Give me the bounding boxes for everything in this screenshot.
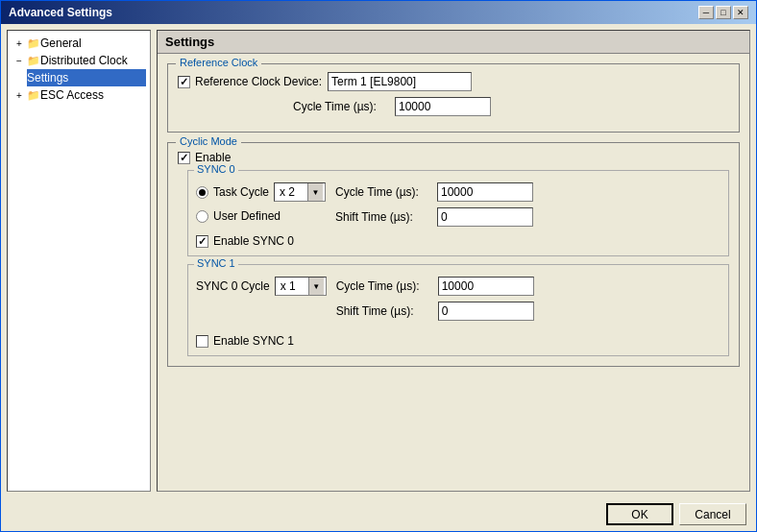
maximize-button[interactable]: □ [716,6,731,19]
settings-panel: Settings Reference Clock Reference Clock… [157,30,750,492]
settings-header: Settings [158,31,749,54]
sync0-cycle-time-label: Cycle Time (µs): [335,185,431,199]
close-button[interactable]: ✕ [733,6,748,19]
sidebar-item-esc-access[interactable]: + 📁 ESC Access [12,86,146,104]
user-defined-radio-row: User Defined [196,209,326,223]
enable-sync1-checkbox[interactable] [196,335,208,348]
reference-clock-label: Reference Clock [176,57,261,68]
cyclic-mode-label: Cyclic Mode [176,135,241,147]
sync0-box: SYNC 0 Task Cycle x 2 ▼ [187,170,729,256]
sync1-dropdown-arrow: ▼ [308,278,324,295]
ref-clock-checkbox-row: Reference Clock Device: [178,75,322,88]
sync0-shift-time-input[interactable] [437,207,533,227]
sync0-row: Task Cycle x 2 ▼ User Defined [196,182,720,248]
ref-clock-checkbox[interactable] [178,76,190,88]
folder-icon-dc: 📁 [27,55,40,67]
ok-button[interactable]: OK [606,503,673,525]
sync1-cycle-time-row: Cycle Time (µs): [336,277,534,296]
title-bar-buttons: ─ □ ✕ [698,6,748,19]
enable-sync1-row: Enable SYNC 1 [196,334,327,348]
task-cycle-radio-row: Task Cycle x 2 ▼ [196,182,326,202]
sync0-cycle-time-input[interactable] [437,182,533,202]
expand-icon-esc: + [12,87,27,103]
folder-icon-general: 📁 [27,37,40,50]
sidebar-item-settings[interactable]: Settings [27,69,146,86]
sync1-label: SYNC 1 [194,257,238,269]
user-defined-label: User Defined [213,209,281,223]
sync1-right: Cycle Time (µs): Shift Time (µs): [336,277,534,321]
reference-clock-row: Reference Clock Device: [178,72,729,91]
enable-sync0-checkbox[interactable] [196,235,208,248]
sync0-cycle-label: SYNC 0 Cycle [196,279,270,293]
ref-clock-device-input[interactable] [328,72,472,91]
sidebar-item-distributed-clock[interactable]: − 📁 Distributed Clock [12,52,146,69]
minimize-button[interactable]: ─ [698,6,714,19]
cyclic-mode-section: Cyclic Mode Enable SYNC 0 [167,142,740,367]
enable-sync0-row: Enable SYNC 0 [196,234,326,248]
bottom-bar: OK Cancel [1,497,756,531]
sync1-box: SYNC 1 SYNC 0 Cycle x 1 ▼ [187,264,729,356]
sync1-shift-time-row: Shift Time (µs): [336,302,534,321]
sidebar-item-general[interactable]: + 📁 General [12,35,146,52]
task-cycle-value: x 2 [277,185,307,199]
sync0-shift-time-row: Shift Time (µs): [335,207,533,227]
reference-clock-section: Reference Clock Reference Clock Device: … [167,63,740,133]
tree-panel: + 📁 General − 📁 Distributed Clock Settin… [7,30,151,492]
expand-icon-general: + [12,36,27,51]
enable-sync1-label: Enable SYNC 1 [213,334,294,348]
title-bar: Advanced Settings ─ □ ✕ [1,1,756,24]
sync1-row: SYNC 0 Cycle x 1 ▼ Enable SYNC 1 [196,277,720,348]
cancel-button[interactable]: Cancel [679,503,746,525]
cycle-time-row: Cycle Time (µs): [293,97,729,116]
sidebar-label-dc: Distributed Clock [40,54,128,67]
settings-body: Reference Clock Reference Clock Device: … [158,54,749,386]
window-content: + 📁 General − 📁 Distributed Clock Settin… [1,24,756,497]
sync0-left: Task Cycle x 2 ▼ User Defined [196,182,326,248]
user-defined-radio[interactable] [196,210,208,223]
sync1-cycle-time-input[interactable] [438,277,534,296]
sync0-shift-time-label: Shift Time (µs): [335,210,431,224]
window-title: Advanced Settings [9,6,112,19]
sidebar-label-esc: ESC Access [40,88,104,102]
sync1-shift-time-label: Shift Time (µs): [336,304,432,318]
sync1-left: SYNC 0 Cycle x 1 ▼ Enable SYNC 1 [196,277,327,348]
enable-checkbox-row: Enable [178,151,729,164]
task-cycle-dropdown-arrow: ▼ [307,183,323,201]
sidebar-label-settings: Settings [27,71,68,85]
cycle-time-label: Cycle Time (µs): [293,100,389,113]
task-cycle-dropdown[interactable]: x 2 ▼ [274,182,326,202]
advanced-settings-window: Advanced Settings ─ □ ✕ + 📁 General − 📁 … [0,0,757,532]
expand-icon-dc: − [12,53,27,68]
enable-label: Enable [195,151,231,164]
enable-checkbox[interactable] [178,152,190,164]
task-cycle-radio[interactable] [196,186,208,199]
sync0-cycle-time-row: Cycle Time (µs): [335,182,533,202]
sync0-cycle-row: SYNC 0 Cycle x 1 ▼ [196,277,327,296]
sync0-label: SYNC 0 [194,163,238,175]
cycle-time-input[interactable] [395,97,491,116]
sync1-cycle-dropdown[interactable]: x 1 ▼ [275,277,327,296]
sync1-cycle-time-label: Cycle Time (µs): [336,279,432,293]
enable-sync0-label: Enable SYNC 0 [213,234,294,248]
sidebar-label-general: General [40,36,82,50]
folder-icon-esc: 📁 [27,89,40,102]
task-cycle-label: Task Cycle [213,185,269,199]
sync1-cycle-value: x 1 [278,279,308,293]
sync1-shift-time-input[interactable] [438,302,534,321]
sync0-right: Cycle Time (µs): Shift Time (µs): [335,182,533,227]
ref-clock-checkbox-label: Reference Clock Device: [195,75,322,88]
